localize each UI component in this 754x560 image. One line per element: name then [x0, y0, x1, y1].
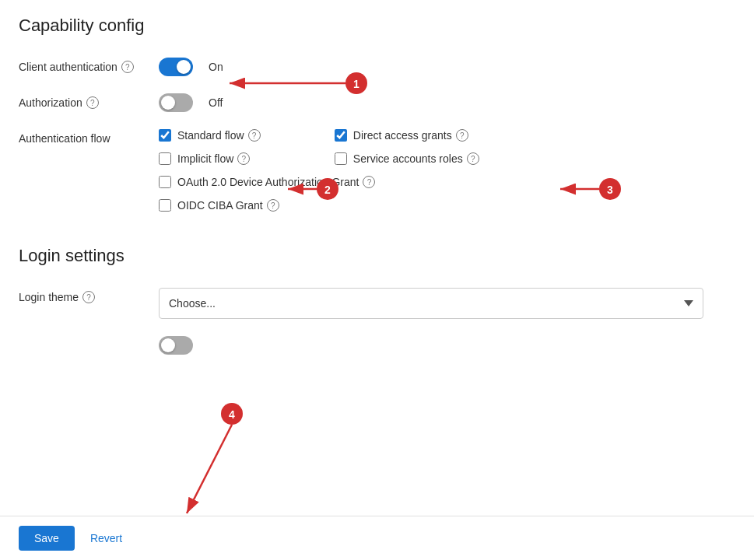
authorization-row: Authorization ? Off — [19, 93, 735, 112]
client-auth-state: On — [209, 58, 223, 76]
client-auth-toggle-group: On — [159, 58, 223, 76]
page-title: Capability config — [19, 16, 735, 36]
revert-button[interactable]: Revert — [87, 526, 125, 551]
client-auth-toggle[interactable] — [159, 58, 193, 76]
partial-toggle[interactable] — [159, 336, 193, 355]
authorization-label: Authorization ? — [19, 93, 159, 109]
checkbox-direct-access: Direct access grants ? — [335, 129, 479, 142]
oidc-ciba-checkbox[interactable] — [159, 199, 171, 212]
oauth-device-label: OAuth 2.0 Device Authorization Grant ? — [177, 176, 375, 188]
oidc-ciba-help-icon[interactable]: ? — [267, 199, 279, 212]
implicit-flow-help-icon[interactable]: ? — [237, 152, 250, 165]
service-accounts-label: Service accounts roles ? — [353, 152, 479, 165]
authorization-state: Off — [209, 93, 223, 112]
direct-access-checkbox[interactable] — [335, 129, 347, 142]
authorization-help-icon[interactable]: ? — [86, 96, 99, 109]
login-theme-control: Choose... keycloak base — [159, 288, 735, 319]
client-auth-label: Client authentication ? — [19, 58, 159, 73]
oauth-device-checkbox[interactable] — [159, 176, 171, 188]
implicit-flow-checkbox[interactable] — [159, 152, 171, 165]
client-auth-row: Client authentication ? On — [19, 58, 735, 76]
service-accounts-checkbox[interactable] — [335, 152, 347, 165]
login-theme-select[interactable]: Choose... keycloak base — [159, 288, 703, 319]
direct-access-help-icon[interactable]: ? — [456, 129, 468, 142]
oidc-ciba-label: OIDC CIBA Grant ? — [177, 199, 279, 212]
service-accounts-help-icon[interactable]: ? — [467, 152, 479, 165]
checkbox-oidc-ciba: OIDC CIBA Grant ? — [159, 199, 479, 212]
standard-flow-help-icon[interactable]: ? — [248, 129, 261, 142]
checkbox-implicit-flow: Implicit flow ? — [159, 152, 303, 165]
footer-bar: Save Revert — [0, 516, 754, 560]
oauth-device-help-icon[interactable]: ? — [363, 176, 375, 188]
checkbox-oauth-device: OAuth 2.0 Device Authorization Grant ? — [159, 176, 479, 188]
login-theme-label: Login theme ? — [19, 288, 159, 303]
client-auth-control: On — [159, 58, 735, 76]
login-settings-title: Login settings — [19, 246, 735, 266]
authorization-toggle[interactable] — [159, 93, 193, 112]
auth-flow-row: Authentication flow Standard flow ? Dire… — [19, 129, 735, 222]
standard-flow-checkbox[interactable] — [159, 129, 171, 142]
checkbox-standard-flow: Standard flow ? — [159, 129, 303, 142]
authorization-toggle-group: Off — [159, 93, 223, 112]
login-theme-help-icon[interactable]: ? — [82, 291, 95, 303]
login-theme-row: Login theme ? Choose... keycloak base — [19, 288, 735, 319]
direct-access-label: Direct access grants ? — [353, 129, 468, 142]
checkbox-service-accounts: Service accounts roles ? — [335, 152, 479, 165]
auth-flow-grid: Standard flow ? Direct access grants ? — [159, 129, 479, 222]
auth-flow-options: Standard flow ? Direct access grants ? — [159, 129, 735, 222]
partially-visible-control — [159, 336, 735, 355]
partially-visible-row — [19, 336, 735, 361]
standard-flow-label: Standard flow ? — [177, 129, 261, 142]
auth-flow-label: Authentication flow — [19, 129, 159, 145]
client-auth-help-icon[interactable]: ? — [121, 61, 134, 73]
save-button[interactable]: Save — [19, 526, 75, 551]
implicit-flow-label: Implicit flow ? — [177, 152, 250, 165]
partially-visible-label — [19, 336, 159, 339]
authorization-control: Off — [159, 93, 735, 112]
